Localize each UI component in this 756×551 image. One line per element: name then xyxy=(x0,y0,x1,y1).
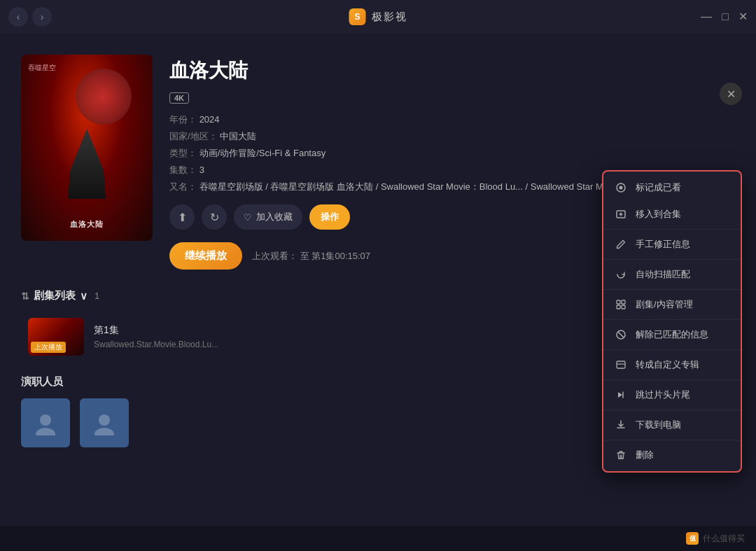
maximize-button[interactable]: □ xyxy=(722,11,729,22)
dropdown-arrow-icon[interactable]: ∨ xyxy=(80,290,88,302)
svg-point-2 xyxy=(99,414,110,426)
mark-watched-label: 标记成已看 xyxy=(636,181,681,194)
episode-thumbnail: 上次播放 xyxy=(28,318,84,356)
episodes-value: 3 xyxy=(200,165,204,175)
custom-album-icon xyxy=(615,358,627,371)
menu-item-custom-album[interactable]: 转成自定义专辑 xyxy=(603,351,741,378)
menu-item-episode-manage[interactable]: 剧集/内容管理 xyxy=(603,291,741,318)
poster-bottom-text: 血洛大陆 xyxy=(21,219,153,230)
delete-icon xyxy=(615,449,627,461)
operate-button[interactable]: 操作 xyxy=(309,204,350,230)
menu-item-auto-scan[interactable]: 自动扫描匹配 xyxy=(603,261,741,288)
watermark-text: 什么值得买 xyxy=(703,533,745,545)
add-favorite-button[interactable]: ♡ 加入收藏 xyxy=(234,204,302,230)
svg-rect-13 xyxy=(617,361,625,368)
episode-section-title: ⇅ 剧集列表 ∨ xyxy=(21,289,88,302)
menu-item-download-pc[interactable]: 下载到电脑 xyxy=(603,412,741,438)
sort-icon[interactable]: ⇅ xyxy=(21,291,29,302)
menu-divider-6 xyxy=(603,379,741,380)
menu-divider-3 xyxy=(603,289,741,290)
menu-divider-5 xyxy=(603,349,741,350)
add-favorite-label: 加入收藏 xyxy=(256,211,293,223)
forward-button[interactable]: › xyxy=(32,7,52,27)
svg-point-0 xyxy=(40,414,51,426)
app-header: S 极影视 xyxy=(349,8,407,25)
episodes-label: 集数： xyxy=(169,165,197,175)
movie-poster: 吞噬星空 血洛大陆 xyxy=(21,55,153,241)
skip-credits-icon xyxy=(615,389,627,401)
refresh-button[interactable]: ↻ xyxy=(202,204,227,230)
region-value: 中国大陆 xyxy=(220,131,256,141)
share-button[interactable]: ⬆ xyxy=(169,204,195,230)
menu-item-delete[interactable]: 删除 xyxy=(603,442,741,468)
menu-item-manual-edit[interactable]: 手工修正信息 xyxy=(603,231,741,258)
move-collection-icon xyxy=(615,208,627,221)
app-title: 极影视 xyxy=(372,11,407,24)
last-watch-value: 至 第1集00:15:07 xyxy=(300,251,370,261)
svg-point-1 xyxy=(36,428,55,435)
close-button[interactable]: ✕ xyxy=(738,11,748,22)
episode-count: 1 xyxy=(94,291,99,301)
watermark-icon: 值 xyxy=(686,532,699,545)
continue-play-button[interactable]: 继续播放 xyxy=(169,242,242,270)
poster-top-text: 吞噬星空 xyxy=(28,63,56,73)
movie-title: 血洛大陆 xyxy=(169,57,735,84)
window-controls: — □ ✕ xyxy=(701,11,748,22)
remove-match-icon xyxy=(615,328,627,341)
bottom-bar: 值 什么值得买 xyxy=(0,526,756,551)
custom-album-label: 转成自定义专辑 xyxy=(636,358,699,371)
move-collection-label: 移入到合集 xyxy=(636,208,681,221)
meta-region: 国家/地区： 中国大陆 xyxy=(169,130,735,143)
svg-rect-7 xyxy=(617,300,620,304)
year-label: 年份： xyxy=(169,114,197,125)
cast-avatar-2 xyxy=(80,398,129,447)
cast-avatar-1 xyxy=(21,398,70,447)
menu-divider-1 xyxy=(603,229,741,230)
skip-credits-label: 跳过片头片尾 xyxy=(636,389,690,401)
poster-moon-decoration xyxy=(76,69,132,125)
manual-edit-label: 手工修正信息 xyxy=(636,238,690,251)
auto-scan-label: 自动扫描匹配 xyxy=(636,268,690,281)
watermark: 值 什么值得买 xyxy=(686,532,745,545)
download-pc-icon xyxy=(615,419,627,431)
meta-genre: 类型： 动画/动作冒险/Sci-Fi & Fantasy xyxy=(169,147,735,160)
svg-rect-9 xyxy=(617,305,620,309)
mark-watched-icon xyxy=(615,181,627,194)
title-bar: ‹ › S 极影视 — □ ✕ xyxy=(0,0,756,34)
svg-point-3 xyxy=(94,428,114,435)
last-watch-label: 上次观看： xyxy=(252,251,298,261)
aka-label: 又名： xyxy=(169,181,197,192)
genre-value: 动画/动作冒险/Sci-Fi & Fantasy xyxy=(200,148,326,158)
svg-line-12 xyxy=(619,333,624,337)
poster-inner: 吞噬星空 血洛大陆 xyxy=(21,55,153,241)
genre-label: 类型： xyxy=(169,148,197,158)
svg-rect-8 xyxy=(622,300,625,304)
episode-manage-label: 剧集/内容管理 xyxy=(636,298,693,311)
quality-badge: 4K xyxy=(169,92,189,104)
svg-rect-10 xyxy=(622,305,625,309)
menu-divider-4 xyxy=(603,319,741,320)
episode-list-label: 剧集列表 xyxy=(34,289,76,302)
back-button[interactable]: ‹ xyxy=(8,7,28,27)
menu-item-mark-watched[interactable]: 标记成已看 xyxy=(603,174,741,201)
manual-edit-icon xyxy=(615,238,627,251)
menu-divider-8 xyxy=(603,440,741,440)
menu-item-remove-match[interactable]: 解除已匹配的信息 xyxy=(603,321,741,348)
episode-manage-icon xyxy=(615,298,627,311)
cast-item-2[interactable] xyxy=(80,398,129,447)
dropdown-menu: 标记成已看 移入到合集 手工修正信息 xyxy=(602,170,742,473)
auto-scan-icon xyxy=(615,268,627,281)
main-content: ✕ 吞噬星空 血洛大陆 血洛大陆 4K 年份： 2024 xyxy=(0,34,756,526)
menu-divider-7 xyxy=(603,410,741,410)
episode-badge: 上次播放 xyxy=(31,342,66,353)
nav-buttons: ‹ › xyxy=(8,7,52,27)
cast-item[interactable] xyxy=(21,398,70,447)
svg-point-5 xyxy=(620,186,623,190)
heart-icon: ♡ xyxy=(244,212,252,223)
menu-item-skip-credits[interactable]: 跳过片头片尾 xyxy=(603,382,741,408)
menu-divider-2 xyxy=(603,259,741,260)
minimize-button[interactable]: — xyxy=(701,11,712,22)
menu-item-move-collection[interactable]: 移入到合集 xyxy=(603,201,741,228)
panel-close-button[interactable]: ✕ xyxy=(720,83,742,105)
app-logo: S xyxy=(349,8,366,25)
